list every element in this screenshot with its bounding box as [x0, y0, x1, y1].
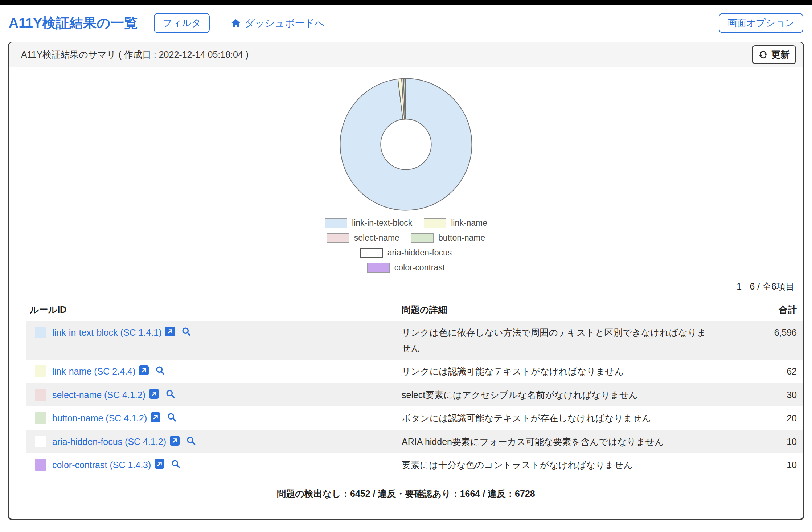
donut-slice-color-contrast[interactable] [405, 79, 406, 119]
rule-color-swatch [35, 459, 46, 471]
donut-chart [337, 75, 475, 214]
rule-detail: select要素にはアクセシブルな名前がなければなりません [402, 383, 717, 407]
table-row: link-name (SC 2.4.4)リンクには認識可能なテキストがなければな… [26, 360, 804, 383]
rule-link[interactable]: color-contrast (SC 1.4.3) [52, 457, 151, 473]
summary-panel: A11Y検証結果のサマリ ( 作成日 : 2022-12-14 05:18:04… [8, 42, 804, 520]
legend-item-color-contrast[interactable]: color-contrast [367, 263, 445, 273]
refresh-button-label: 更新 [771, 49, 790, 61]
rule-color-swatch [35, 436, 46, 447]
legend-label: color-contrast [394, 263, 445, 273]
search-icon[interactable] [165, 389, 175, 399]
refresh-icon [759, 50, 768, 59]
legend-row: link-in-text-blocklink-name [325, 218, 487, 228]
rule-link[interactable]: aria-hidden-focus (SC 4.1.2) [52, 434, 166, 450]
rule-color-swatch [35, 389, 46, 401]
rule-detail: ARIA hidden要素にフォーカス可能な要素を含んではなりません [402, 430, 717, 454]
rule-total: 6,596 [717, 321, 804, 360]
external-link-icon[interactable] [151, 412, 160, 422]
legend-item-button-name[interactable]: button-name [411, 233, 485, 243]
legend-row: color-contrast [367, 263, 445, 273]
donut-chart-area: link-in-text-blocklink-nameselect-namebu… [9, 67, 803, 273]
table-row: aria-hidden-focus (SC 4.1.2)ARIA hidden要… [26, 430, 804, 454]
chart-legend: link-in-text-blocklink-nameselect-namebu… [325, 218, 487, 273]
rule-total: 20 [717, 406, 804, 430]
rule-total: 62 [717, 360, 804, 383]
legend-row: select-namebutton-name [327, 233, 485, 243]
legend-label: button-name [438, 233, 485, 243]
table-header-row: ルールID 問題の詳細 合計 [26, 297, 804, 321]
filter-button[interactable]: フィルタ [154, 13, 210, 33]
external-link-icon[interactable] [139, 365, 149, 375]
search-icon[interactable] [181, 327, 191, 336]
legend-swatch [325, 218, 347, 228]
external-link-icon[interactable] [155, 459, 164, 469]
column-header-total: 合計 [717, 297, 804, 321]
rule-detail: ボタンには認識可能なテキストが存在しなければなりません [402, 406, 717, 430]
home-icon [231, 18, 241, 28]
rule-link[interactable]: select-name (SC 4.1.2) [52, 387, 145, 403]
table-row: link-in-text-block (SC 1.4.1)リンクは色に依存しない… [26, 321, 804, 360]
legend-item-link-in-text-block[interactable]: link-in-text-block [325, 218, 412, 228]
search-icon[interactable] [155, 365, 165, 375]
table-row: color-contrast (SC 1.4.3)要素には十分な色のコントラスト… [26, 453, 804, 477]
table-row: button-name (SC 4.1.2)ボタンには認識可能なテキストが存在し… [26, 406, 804, 430]
legend-label: link-name [451, 218, 487, 228]
panel-title: A11Y検証結果のサマリ ( 作成日 : 2022-12-14 05:18:04… [21, 49, 249, 61]
legend-swatch [327, 233, 349, 243]
rule-color-swatch [35, 365, 46, 377]
external-link-icon[interactable] [165, 327, 175, 336]
rule-color-swatch [35, 412, 46, 424]
rule-color-swatch [35, 327, 46, 338]
rule-total: 10 [717, 430, 804, 454]
dashboard-link-label: ダッシュボードへ [245, 17, 324, 30]
legend-item-select-name[interactable]: select-name [327, 233, 399, 243]
rule-link[interactable]: button-name (SC 4.1.2) [52, 410, 147, 426]
page-header: A11Y検証結果の一覧 フィルタ ダッシュボードへ 画面オプション [0, 5, 812, 42]
column-header-detail: 問題の詳細 [402, 297, 717, 321]
table-row: select-name (SC 4.1.2)select要素にはアクセシブルな名… [26, 383, 804, 407]
top-bar [0, 0, 812, 5]
external-link-icon[interactable] [170, 436, 180, 446]
legend-swatch [367, 263, 390, 273]
search-icon[interactable] [186, 436, 196, 446]
legend-swatch [424, 218, 446, 228]
dashboard-link[interactable]: ダッシュボードへ [231, 17, 324, 30]
rule-detail: 要素には十分な色のコントラストがなければなりません [402, 453, 717, 477]
rule-detail: リンクには認識可能なテキストがなければなりません [402, 360, 717, 383]
rule-total: 30 [717, 383, 804, 407]
legend-row: aria-hidden-focus [360, 248, 452, 258]
rule-detail: リンクは色に依存しない方法で周囲のテキストと区別できなければなりません [402, 321, 717, 360]
search-icon[interactable] [171, 459, 181, 469]
results-table: ルールID 問題の詳細 合計 link-in-text-block (SC 1.… [26, 297, 804, 477]
refresh-button[interactable]: 更新 [752, 45, 796, 64]
external-link-icon[interactable] [149, 389, 159, 399]
page-title: A11Y検証結果の一覧 [9, 14, 138, 32]
pagination-status: 1 - 6 / 全6項目 [9, 273, 803, 297]
rule-total: 10 [717, 453, 804, 477]
legend-swatch [360, 248, 383, 258]
legend-item-link-name[interactable]: link-name [424, 218, 487, 228]
summary-footer: 問題の検出なし：6452 / 違反・要確認あり：1664 / 違反：6728 [9, 477, 803, 519]
search-icon[interactable] [167, 412, 177, 422]
legend-item-aria-hidden-focus[interactable]: aria-hidden-focus [360, 248, 452, 258]
rule-link[interactable]: link-name (SC 2.4.4) [52, 364, 135, 379]
rule-link[interactable]: link-in-text-block (SC 1.4.1) [52, 325, 161, 340]
legend-swatch [411, 233, 434, 243]
screen-options-button[interactable]: 画面オプション [719, 13, 803, 33]
column-header-rule-id: ルールID [26, 297, 402, 321]
legend-label: aria-hidden-focus [387, 248, 452, 258]
legend-label: select-name [354, 233, 399, 243]
legend-label: link-in-text-block [352, 218, 412, 228]
panel-header: A11Y検証結果のサマリ ( 作成日 : 2022-12-14 05:18:04… [9, 42, 803, 67]
